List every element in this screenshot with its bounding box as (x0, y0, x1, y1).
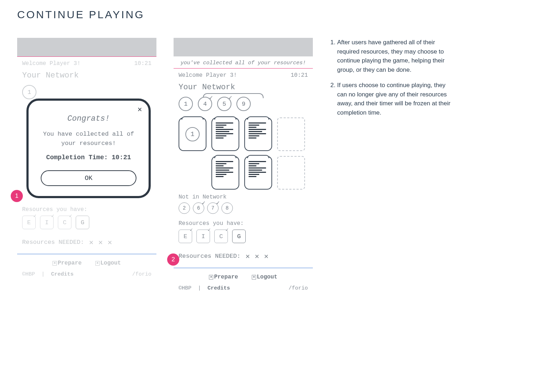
logout-link[interactable]: Logout (257, 274, 278, 280)
card-spacer (179, 156, 206, 190)
x-icon: × (252, 275, 256, 280)
player-card[interactable] (211, 117, 239, 151)
resource-chip-I[interactable]: I✓ (196, 230, 210, 243)
notes-column: After users have gathered all of their r… (330, 38, 451, 124)
callout-badge-2: 2 (167, 253, 179, 266)
card-number: 1 (185, 127, 200, 141)
welcome-text: Welcome Player 3! (179, 72, 237, 79)
x-icon: ✕ (264, 252, 269, 261)
mockup-continue-playing: 2 you've collected all of your resources… (174, 38, 313, 296)
not-network-node[interactable]: 6✓ (193, 202, 204, 214)
x-icon: × (209, 275, 213, 280)
network-node[interactable]: 5✓ (217, 97, 231, 111)
empty-card-slot[interactable] (277, 156, 305, 190)
empty-card-slot[interactable] (277, 117, 305, 151)
player-card[interactable]: 1 (179, 117, 206, 151)
check-icon: ✓ (208, 227, 211, 233)
timer-value: 10:21 (134, 60, 151, 67)
copyright-text: ©HBP (22, 271, 35, 277)
not-network-node[interactable]: 8 (221, 202, 233, 214)
copyright-text: ©HBP (179, 285, 191, 291)
logout-link[interactable]: Logout (100, 260, 121, 266)
note-item-1: After users have gathered all of their r… (337, 38, 451, 74)
credits-link[interactable]: Credits (51, 271, 74, 277)
completion-time-label: Completion Time: 10:21 (36, 153, 141, 162)
prepare-link[interactable]: Prepare (58, 260, 81, 266)
player-card[interactable] (244, 156, 272, 190)
x-icon: ✕ (245, 252, 250, 261)
welcome-text: Welcome Player 3! (22, 60, 80, 67)
resource-chip-I[interactable]: I✓ (40, 216, 54, 229)
ok-button[interactable]: OK (41, 170, 137, 186)
x-icon: ✕ (108, 238, 112, 247)
player-card[interactable] (211, 156, 239, 190)
not-in-network-label: Not in Network (179, 194, 308, 200)
mockup-congrats-modal: 1 Welcome Player 3! 10:21 Your Network 1… (17, 38, 156, 282)
network-node[interactable]: 9 (236, 97, 251, 111)
close-icon[interactable]: × (138, 106, 142, 115)
modal-title: Congrats! (36, 114, 141, 123)
check-icon: ✓ (216, 199, 220, 206)
congrats-modal: × Congrats! You have collected all of yo… (26, 99, 151, 198)
check-icon: ✓ (209, 94, 213, 101)
forio-link[interactable]: /forio (132, 271, 151, 277)
check-icon: ✓ (34, 213, 36, 219)
check-icon: ✓ (69, 213, 72, 219)
not-network-node[interactable]: 7✓ (207, 202, 219, 214)
prepare-link[interactable]: Prepare (214, 274, 238, 280)
check-icon: ✓ (190, 227, 193, 233)
callout-badge-1: 1 (11, 190, 23, 202)
x-icon: ✕ (89, 238, 93, 247)
check-icon: ✓ (51, 213, 54, 219)
x-icon: ✕ (98, 238, 102, 247)
resource-chip-E[interactable]: E✓ (179, 230, 192, 243)
mockup-topbar (174, 38, 313, 56)
network-node[interactable]: 1 (179, 97, 193, 111)
mockup-topbar (17, 38, 156, 56)
resources-have-label: Resources you have: (22, 206, 151, 213)
not-network-node[interactable]: 2 (179, 202, 190, 214)
network-node[interactable]: 4✓ (198, 97, 212, 111)
resource-chip-E[interactable]: E✓ (22, 216, 36, 229)
timer-value: 10:21 (291, 72, 308, 79)
resources-needed-label: Resources NEEDED: (22, 239, 84, 246)
resource-chip-G[interactable]: G (76, 216, 89, 229)
resource-chip-C[interactable]: C✓ (58, 216, 71, 229)
player-card[interactable] (244, 117, 272, 151)
section-your-network: Your Network (179, 83, 308, 92)
section-your-network: Your Network (22, 71, 151, 80)
modal-body-text: You have collected all of your resources… (36, 130, 141, 162)
x-icon: × (95, 261, 100, 266)
resource-chip-C[interactable]: C✓ (214, 230, 228, 243)
x-icon: × (52, 261, 57, 266)
resources-needed-label: Resources NEEDED: (179, 253, 240, 260)
credits-link[interactable]: Credits (208, 285, 230, 291)
check-icon: ✓ (229, 94, 232, 101)
x-icon: ✕ (255, 252, 259, 261)
network-node[interactable]: 1 (22, 85, 36, 99)
resource-chip-G[interactable]: G (232, 230, 246, 243)
check-icon: ✓ (226, 227, 229, 233)
page-title: CONTINUE PLAYING (17, 9, 523, 21)
collected-banner: you've collected all of your resources! (174, 56, 313, 68)
resources-have-label: Resources you have: (179, 220, 308, 227)
forio-link[interactable]: /forio (289, 285, 308, 291)
note-item-2: If users choose to continue playing, the… (337, 81, 451, 117)
check-icon: ✓ (202, 199, 205, 206)
